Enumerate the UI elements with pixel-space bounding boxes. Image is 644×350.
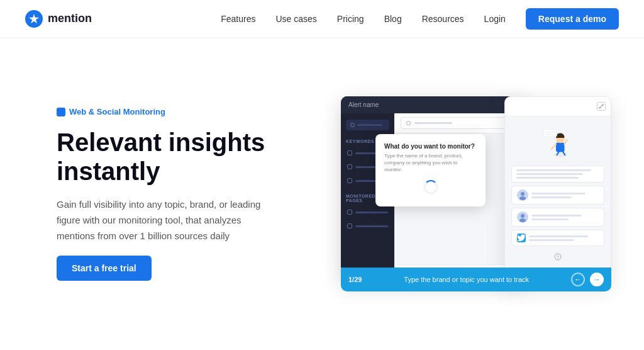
sidebar-item-line [355,225,388,227]
languages-icon [347,178,352,183]
nav-pricing[interactable]: Pricing [337,14,364,24]
side-panel-card-1 [511,186,604,205]
person-icon [539,123,577,161]
mockup-wrapper: Alert name ✕ KEYWORDS [341,96,611,291]
svg-point-16 [519,218,526,222]
help-center-icon: ? [554,253,562,261]
progress-bar: 1/29 Type the brand or topic you want to… [341,268,611,291]
side-panel-card-2 [511,208,604,227]
side-panel: ? [504,96,611,285]
request-demo-button[interactable]: Request a demo [526,8,619,30]
modal-spinner [424,180,438,194]
mention-star-icon [25,10,43,28]
card-lines-2 [531,215,599,220]
sidebar-item-line [355,212,388,213]
hero-description: Gain full visibility into any topic, bra… [57,197,270,244]
side-panel-illustration [539,123,577,161]
hero-mockup: Alert name ✕ KEYWORDS [333,96,619,291]
avatar-person-icon [517,189,528,201]
sources-icon [347,164,352,169]
side-panel-help-text: ? [554,249,562,266]
side-panel-card-twitter [511,230,604,246]
nav-blog[interactable]: Blog [384,14,402,24]
sidebar-search-text [357,124,382,126]
prev-arrow-button[interactable]: ← [571,273,585,286]
hero-headline: Relevant insights instantly [57,128,296,186]
sidebar-item-social[interactable] [346,208,389,217]
svg-line-7 [565,140,568,145]
svg-point-15 [521,214,525,218]
card-lines [531,193,599,198]
hero-left: Web & Social Monitoring Relevant insight… [57,107,296,280]
twitter-icon [517,234,526,242]
progress-step: 1/29 [348,276,362,283]
sidebar-item-review[interactable] [346,222,389,230]
modal-subtitle: Type the name of a brand, product, compa… [384,152,477,174]
keywords-icon [347,150,352,155]
svg-point-14 [519,196,526,200]
app-window-header: Alert name ✕ [341,96,523,113]
logo[interactable]: mention [25,10,92,28]
svg-text:?: ? [557,255,559,259]
nav-use-cases[interactable]: Use cases [275,14,316,24]
modal-title: What do you want to monitor? [384,143,477,150]
card-lines-twitter [529,235,599,241]
onboarding-modal: What do you want to monitor? Type the na… [375,134,486,206]
app-window-title: Alert name [348,101,379,108]
main-nav: Features Use cases Pricing Blog Resource… [221,8,619,30]
brand-name: mention [48,12,92,25]
expand-icon[interactable] [597,102,606,111]
input-placeholder-text [414,122,452,124]
nav-features[interactable]: Features [221,14,255,24]
svg-rect-5 [556,143,565,152]
nav-resources[interactable]: Resources [422,14,464,24]
badge-icon [57,108,65,116]
svg-marker-10 [550,137,554,140]
next-arrow-button[interactable]: → [590,273,604,286]
svg-point-13 [521,192,525,196]
side-panel-header [505,97,611,116]
start-trial-button[interactable]: Start a free trial [57,256,152,281]
social-icon [347,210,352,215]
side-panel-question-block [511,166,604,183]
review-icon [347,223,352,229]
svg-rect-9 [544,130,557,137]
expand-svg [599,104,604,109]
side-panel-body: ? [505,116,611,272]
input-icon [406,121,411,125]
alert-subject-input[interactable] [401,117,517,129]
twitter-bird-icon [517,234,526,242]
sidebar-search-circle-icon [350,123,355,127]
avatar-person-2-icon [517,212,528,223]
nav-login[interactable]: Login [484,14,506,24]
progress-text: Type the brand or topic you want to trac… [404,276,529,283]
svg-line-6 [552,145,557,150]
progress-arrows: ← → [571,273,604,286]
sidebar-search[interactable] [346,120,389,130]
hero-tag: Web & Social Monitoring [57,107,296,116]
